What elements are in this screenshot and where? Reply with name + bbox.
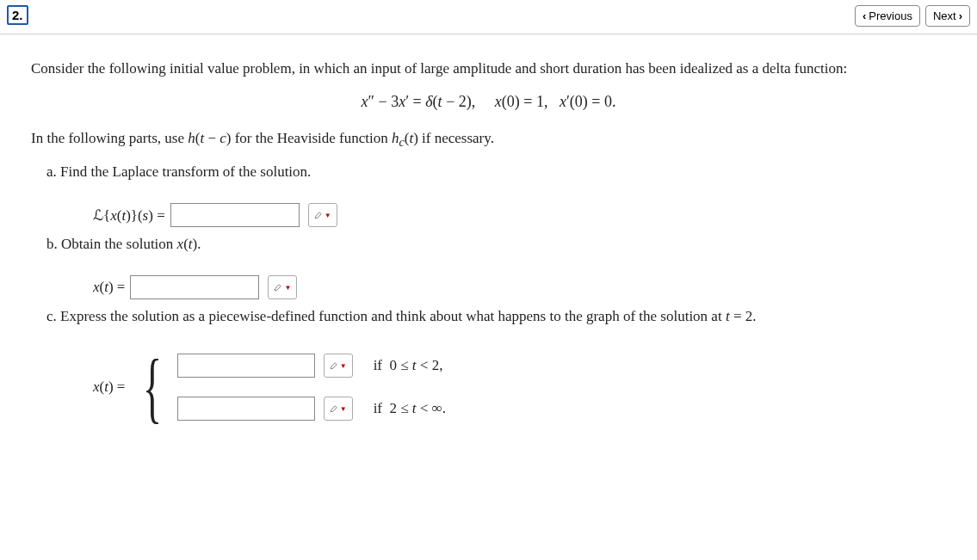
dropdown-triangle-icon: ▼ bbox=[340, 405, 347, 413]
part-b-label: x(t) = bbox=[93, 279, 125, 296]
part-c-piecewise: x(t) = { ▼ if 0 ≤ t < 2, ▼ if 2 ≤ t < ∞. bbox=[93, 348, 946, 427]
equation-editor-button[interactable]: ▼ bbox=[324, 354, 353, 378]
part-c-input-2[interactable] bbox=[177, 397, 315, 421]
left-brace-icon: { bbox=[143, 348, 162, 427]
next-button[interactable]: Next › bbox=[925, 5, 970, 27]
part-c-label: x(t) = bbox=[93, 378, 125, 396]
equation-editor-button[interactable]: ▼ bbox=[268, 275, 297, 299]
pencil-icon bbox=[314, 209, 323, 221]
heaviside-note: In the following parts, use h(t − c) for… bbox=[31, 130, 946, 150]
problem-content: Consider the following initial value pro… bbox=[0, 34, 977, 461]
piecewise-rows: ▼ if 0 ≤ t < 2, ▼ if 2 ≤ t < ∞. bbox=[177, 354, 446, 421]
pencil-icon bbox=[274, 281, 282, 293]
question-number-badge: 2. bbox=[7, 5, 28, 25]
part-b-input[interactable] bbox=[130, 275, 259, 299]
problem-equation: x″ − 3x′ = δ(t − 2), x(0) = 1, x′(0) = 0… bbox=[31, 93, 946, 111]
topbar: 2. ‹ Previous Next › bbox=[0, 0, 977, 34]
piecewise-condition-2: if 2 ≤ t < ∞. bbox=[374, 400, 446, 417]
part-a-answer-row: ℒ{x(t)}(s) = ▼ bbox=[93, 203, 946, 227]
piecewise-row-2: ▼ if 2 ≤ t < ∞. bbox=[177, 397, 446, 421]
pencil-icon bbox=[330, 403, 338, 415]
problem-intro: Consider the following initial value pro… bbox=[31, 60, 946, 77]
part-b-answer-row: x(t) = ▼ bbox=[93, 275, 946, 299]
dropdown-triangle-icon: ▼ bbox=[285, 284, 292, 292]
dropdown-triangle-icon: ▼ bbox=[340, 362, 347, 370]
part-a-label: ℒ{x(t)}(s) = bbox=[93, 206, 165, 225]
next-label: Next bbox=[933, 9, 956, 22]
dropdown-triangle-icon: ▼ bbox=[325, 212, 331, 219]
part-a-text: a. Find the Laplace transform of the sol… bbox=[46, 163, 946, 181]
part-c-input-1[interactable] bbox=[177, 354, 315, 378]
part-b-text: b. Obtain the solution x(t). bbox=[46, 236, 946, 253]
part-c-text: c. Express the solution as a piecewise-d… bbox=[46, 308, 946, 325]
nav-buttons: ‹ Previous Next › bbox=[855, 5, 970, 27]
chevron-left-icon: ‹ bbox=[863, 9, 866, 22]
part-a-input[interactable] bbox=[170, 203, 300, 227]
piecewise-row-1: ▼ if 0 ≤ t < 2, bbox=[177, 354, 446, 378]
previous-button[interactable]: ‹ Previous bbox=[855, 5, 920, 27]
equation-editor-button[interactable]: ▼ bbox=[324, 397, 353, 421]
chevron-right-icon: › bbox=[959, 9, 962, 22]
equation-editor-button[interactable]: ▼ bbox=[308, 203, 337, 227]
pencil-icon bbox=[330, 360, 338, 372]
piecewise-condition-1: if 0 ≤ t < 2, bbox=[374, 357, 443, 374]
previous-label: Previous bbox=[869, 9, 912, 22]
